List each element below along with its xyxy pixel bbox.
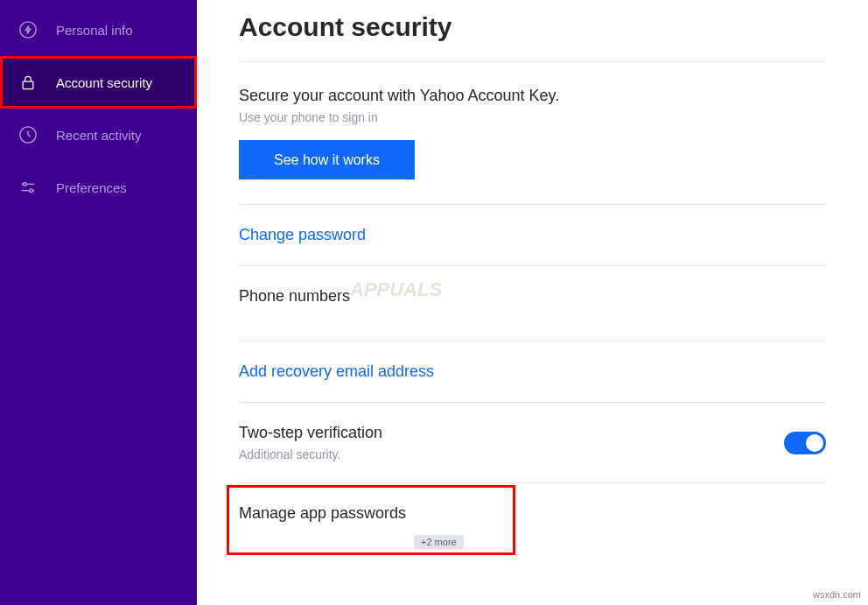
site-credit: wsxdn.com [813, 589, 861, 600]
svg-point-6 [30, 189, 33, 193]
account-key-heading: Secure your account with Yahoo Account K… [239, 87, 826, 105]
sidebar-item-personal-info[interactable]: Personal info [0, 4, 197, 56]
svg-point-0 [20, 22, 36, 38]
sidebar-item-account-security[interactable]: Account security [0, 56, 197, 109]
section-add-recovery: Add recovery email address [239, 341, 826, 403]
section-two-step: Two-step verification Additional securit… [239, 403, 826, 483]
main-content: Account security Secure your account wit… [197, 0, 868, 605]
two-step-heading: Two-step verification [239, 424, 382, 442]
manage-app-passwords-heading: Manage app passwords [239, 504, 826, 523]
sidebar-item-label: Account security [56, 75, 152, 90]
see-how-it-works-button[interactable]: See how it works [239, 140, 415, 179]
add-recovery-email-link[interactable]: Add recovery email address [239, 362, 826, 381]
sidebar: Personal info Account security Recent ac… [0, 0, 197, 605]
svg-rect-1 [23, 81, 33, 88]
sidebar-item-label: Personal info [56, 23, 133, 38]
sidebar-item-recent-activity[interactable]: Recent activity [0, 109, 197, 161]
section-account-key: Secure your account with Yahoo Account K… [239, 62, 826, 205]
clock-icon [18, 124, 38, 145]
two-step-toggle[interactable] [784, 432, 826, 454]
section-manage-app-passwords[interactable]: Manage app passwords +2 more [239, 483, 826, 566]
account-key-sub: Use your phone to sign in [239, 110, 826, 124]
change-password-link[interactable]: Change password [239, 226, 826, 244]
svg-point-4 [24, 183, 27, 186]
section-change-password: Change password [239, 205, 826, 266]
sliders-icon [18, 177, 38, 198]
sidebar-item-preferences[interactable]: Preferences [0, 161, 197, 214]
more-badge[interactable]: +2 more [414, 535, 464, 549]
two-step-sub: Additional security. [239, 447, 382, 461]
toggle-knob [806, 434, 823, 452]
phone-numbers-heading: Phone numbers [239, 287, 826, 306]
section-phone-numbers[interactable]: Phone numbers [239, 266, 826, 341]
page-title: Account security [239, 0, 826, 62]
lock-icon [18, 72, 38, 93]
bolt-circle-icon [18, 19, 38, 40]
sidebar-item-label: Recent activity [56, 128, 142, 143]
sidebar-item-label: Preferences [56, 180, 127, 195]
